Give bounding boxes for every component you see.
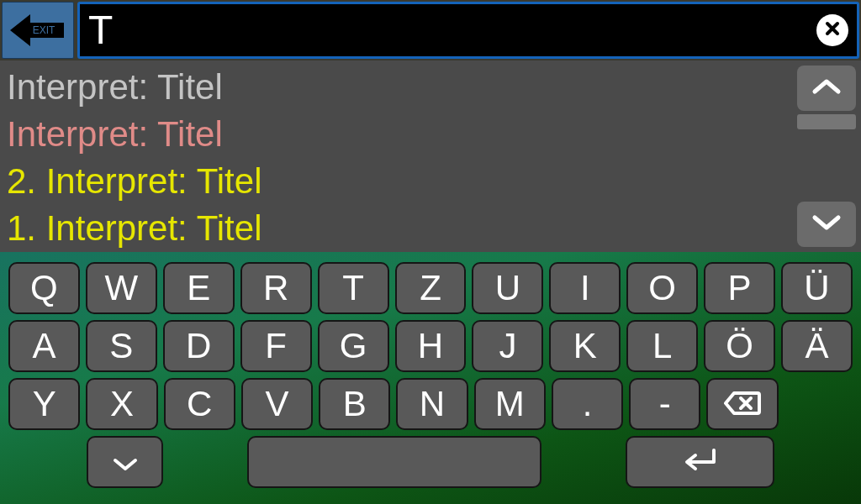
key-j[interactable]: J [472, 320, 543, 372]
key-d[interactable]: D [163, 320, 235, 372]
key-a[interactable]: A [8, 320, 80, 372]
scrollbar-track[interactable] [797, 114, 856, 198]
exit-label: EXIT [33, 24, 55, 36]
key-o[interactable]: O [626, 262, 698, 314]
key-ü[interactable]: Ü [781, 262, 853, 314]
key-x[interactable]: X [86, 378, 157, 430]
exit-button[interactable]: EXIT [2, 2, 74, 59]
key-e[interactable]: E [163, 262, 235, 314]
key-n[interactable]: N [396, 378, 467, 430]
scroll-up-button[interactable] [797, 66, 856, 111]
result-item[interactable]: Interpret: Titel [7, 111, 795, 158]
scroll-down-button[interactable] [797, 202, 856, 247]
scrollbar-thumb[interactable] [797, 114, 856, 129]
key-p[interactable]: P [704, 262, 775, 314]
key-l[interactable]: L [626, 320, 698, 372]
result-item[interactable]: 1. Interpret: Titel [7, 205, 795, 252]
chevron-up-icon [811, 76, 842, 100]
key-r[interactable]: R [240, 262, 312, 314]
key-m[interactable]: M [474, 378, 546, 430]
key-period[interactable]: . [552, 378, 623, 430]
key-layout-switch[interactable] [87, 436, 162, 488]
key-f[interactable]: F [240, 320, 312, 372]
key-c[interactable]: C [164, 378, 235, 430]
chevron-down-icon [112, 442, 139, 482]
key-t[interactable]: T [318, 262, 389, 314]
result-item[interactable]: 2. Interpret: Titel [7, 158, 795, 205]
key-dash[interactable]: - [629, 378, 700, 430]
backspace-icon [724, 384, 761, 424]
key-enter[interactable] [626, 436, 774, 488]
key-g[interactable]: G [318, 320, 389, 372]
results-panel: Interpret: TitelInterpret: Titel2. Inter… [0, 60, 861, 252]
key-h[interactable]: H [395, 320, 467, 372]
search-value: T [88, 10, 808, 50]
key-backspace[interactable] [706, 378, 778, 430]
key-u[interactable]: U [472, 262, 543, 314]
key-ö[interactable]: Ö [704, 320, 775, 372]
key-y[interactable]: Y [8, 378, 80, 430]
on-screen-keyboard: QWERTZUIOPÜ ASDFGHJKLÖÄ YXCVBNM.- [0, 252, 861, 504]
key-q[interactable]: Q [8, 262, 80, 314]
key-space[interactable] [247, 436, 541, 488]
key-w[interactable]: W [86, 262, 157, 314]
clear-search-button[interactable] [816, 14, 848, 46]
result-item[interactable]: Interpret: Titel [7, 64, 795, 111]
key-b[interactable]: B [319, 378, 390, 430]
chevron-down-icon [811, 213, 842, 236]
key-k[interactable]: K [549, 320, 621, 372]
key-v[interactable]: V [241, 378, 313, 430]
key-s[interactable]: S [86, 320, 157, 372]
key-i[interactable]: I [549, 262, 621, 314]
close-icon [824, 20, 841, 40]
search-field[interactable]: T [77, 2, 859, 59]
enter-icon [679, 442, 721, 482]
key-z[interactable]: Z [395, 262, 467, 314]
key-ä[interactable]: Ä [781, 320, 853, 372]
